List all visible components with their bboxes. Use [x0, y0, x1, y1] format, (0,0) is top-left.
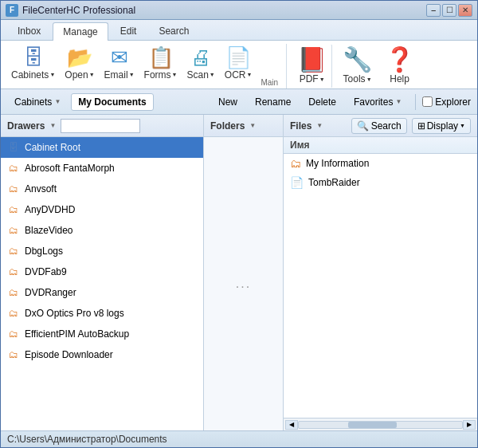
- help-label: Help: [390, 73, 409, 84]
- tab-search[interactable]: Search: [148, 22, 199, 40]
- drawer-label: Episode Downloader: [25, 349, 113, 360]
- ocr-icon: 📄: [225, 46, 251, 69]
- main-content: Drawers ▼ 🗄 Cabinet Root 🗂 Abrosoft Fant…: [1, 115, 477, 430]
- open-button[interactable]: 📂 Open ▼: [61, 44, 98, 83]
- scrollbar-thumb[interactable]: [348, 422, 398, 428]
- pdf-button[interactable]: 📕 PDF ▼: [292, 44, 332, 88]
- scan-arrow: ▼: [210, 72, 215, 77]
- display-arrow: ▼: [460, 123, 465, 128]
- window-title: FileCenterHC Professional: [22, 5, 135, 16]
- ribbon-body: 🗄 Cabinets ▼ 📂 Open ▼ ✉ Ema: [1, 41, 477, 89]
- list-item[interactable]: 🗄 Cabinet Root: [1, 137, 203, 158]
- help-button[interactable]: ❓ Help: [379, 44, 420, 88]
- tools-icon: 🔧: [343, 48, 372, 72]
- list-item[interactable]: 🗂 DVDRanger: [1, 282, 203, 303]
- tab-manage[interactable]: Manage: [53, 22, 108, 41]
- drawer-icon: 🗂: [7, 265, 20, 278]
- open-label: Open: [65, 69, 88, 81]
- drawer-icon: 🗂: [7, 348, 20, 361]
- list-item[interactable]: 📄 TombRaider: [284, 173, 477, 192]
- favorites-button[interactable]: Favorites ▼: [347, 93, 409, 111]
- list-item[interactable]: 🗂 My Information: [284, 154, 477, 173]
- tools-label: Tools: [343, 73, 366, 84]
- toolbar-separator: [415, 94, 416, 110]
- cabinet-root-icon: 🗄: [7, 141, 20, 154]
- file-icon: 📄: [290, 176, 304, 189]
- drawer-label: BlazeVideo: [25, 225, 73, 236]
- restore-button[interactable]: ☐: [442, 4, 456, 17]
- secondary-toolbar: Cabinets ▼ My Documents New Rename Delet…: [1, 89, 477, 115]
- open-icon: 📂: [67, 46, 92, 69]
- scrollbar-track[interactable]: [298, 421, 463, 429]
- close-button[interactable]: ✕: [458, 4, 472, 17]
- forms-button[interactable]: 📋 Forms ▼: [140, 44, 182, 83]
- status-path: C:\Users\Администратор\Documents: [7, 434, 167, 445]
- explorer-checkbox[interactable]: [422, 96, 433, 107]
- cabinet-root-label: Cabinet Root: [25, 142, 80, 153]
- tools-button[interactable]: 🔧 Tools ▼: [337, 44, 378, 88]
- explorer-checkbox-label: Explorer: [422, 96, 471, 108]
- drawer-label: DVDRanger: [25, 287, 76, 298]
- file-label: TombRaider: [308, 177, 360, 188]
- cabinets-nav-button[interactable]: Cabinets ▼: [7, 93, 68, 111]
- my-documents-tab[interactable]: My Documents: [71, 93, 153, 111]
- files-column-header: Имя: [284, 137, 477, 154]
- main-window: F FileCenterHC Professional ‒ ☐ ✕ Inbox …: [0, 0, 478, 448]
- folders-label: Folders: [210, 120, 245, 132]
- list-item[interactable]: 🗂 Abrosoft FantaMorph: [1, 158, 203, 179]
- horizontal-scrollbar[interactable]: ◀ ▶: [284, 418, 477, 430]
- scan-icon: 🖨: [190, 46, 211, 69]
- ribbon-group-main: 🗄 Cabinets ▼ 📂 Open ▼ ✉ Ema: [7, 44, 287, 88]
- cabinets-nav-arrow: ▼: [54, 98, 61, 105]
- help-icon: ❓: [385, 48, 414, 72]
- file-icon: 🗂: [290, 157, 301, 170]
- files-display-button[interactable]: ⊞ Display ▼: [412, 118, 471, 134]
- cabinets-icon: 🗄: [23, 46, 44, 69]
- drawers-header: Drawers ▼: [1, 115, 203, 137]
- list-item[interactable]: 🗂 BlazeVideo: [1, 220, 203, 241]
- scan-button[interactable]: 🖨 Scan ▼: [183, 44, 219, 83]
- file-list: 🗂 My Information 📄 TombRaider: [284, 154, 477, 418]
- drawers-label: Drawers: [7, 120, 45, 132]
- title-bar: F FileCenterHC Professional ‒ ☐ ✕: [1, 1, 477, 20]
- cabinets-arrow: ▼: [49, 72, 55, 77]
- tab-edit[interactable]: Edit: [110, 22, 147, 40]
- files-label: Files: [290, 120, 311, 132]
- drawer-icon: 🗂: [7, 286, 20, 299]
- new-button[interactable]: New: [211, 93, 245, 111]
- delete-button[interactable]: Delete: [301, 93, 343, 111]
- search-icon: 🔍: [357, 120, 369, 132]
- list-item[interactable]: 🗂 DxO Optics Pro v8 logs: [1, 303, 203, 324]
- folders-arrow: ▼: [249, 122, 256, 129]
- list-item[interactable]: 🗂 DVDFab9: [1, 261, 203, 282]
- drawer-label: DxO Optics Pro v8 logs: [25, 308, 124, 319]
- files-panel: Files ▼ 🔍 Search ⊞ Display ▼ Имя 🗂: [284, 115, 477, 430]
- list-item[interactable]: 🗂 EfficientPIM AutoBackup: [1, 324, 203, 344]
- files-search-label: Search: [371, 120, 402, 132]
- list-item[interactable]: 🗂 DbgLogs: [1, 241, 203, 261]
- list-item[interactable]: 🗂 Anvsoft: [1, 179, 203, 199]
- ocr-button[interactable]: 📄 OCR ▼: [221, 44, 257, 83]
- folders-header: Folders ▼: [204, 115, 283, 137]
- cabinets-button[interactable]: 🗄 Cabinets ▼: [7, 44, 59, 83]
- list-item[interactable]: 🗂 Episode Downloader: [1, 344, 203, 365]
- main-group-label: Main: [261, 78, 278, 88]
- drawers-search[interactable]: [61, 119, 140, 133]
- list-item[interactable]: 🗂 AnyDVDHD: [1, 199, 203, 220]
- drawer-icon: 🗂: [7, 162, 20, 175]
- forms-label: Forms: [144, 69, 171, 81]
- drawer-label: Abrosoft FantaMorph: [25, 163, 115, 174]
- rename-button[interactable]: Rename: [248, 93, 298, 111]
- files-header: Files ▼ 🔍 Search ⊞ Display ▼: [284, 115, 477, 137]
- files-search-button[interactable]: 🔍 Search: [351, 118, 407, 134]
- scroll-left-button[interactable]: ◀: [285, 420, 298, 430]
- scroll-right-button[interactable]: ▶: [463, 420, 476, 430]
- minimize-button[interactable]: ‒: [426, 4, 441, 17]
- scan-label: Scan: [187, 69, 209, 81]
- status-bar: C:\Users\Администратор\Documents: [1, 430, 477, 447]
- my-documents-label: My Documents: [78, 96, 146, 108]
- tab-inbox[interactable]: Inbox: [7, 22, 51, 40]
- drawer-icon: 🗂: [7, 203, 20, 216]
- file-label: My Information: [306, 158, 369, 169]
- email-button[interactable]: ✉ Email ▼: [100, 44, 139, 83]
